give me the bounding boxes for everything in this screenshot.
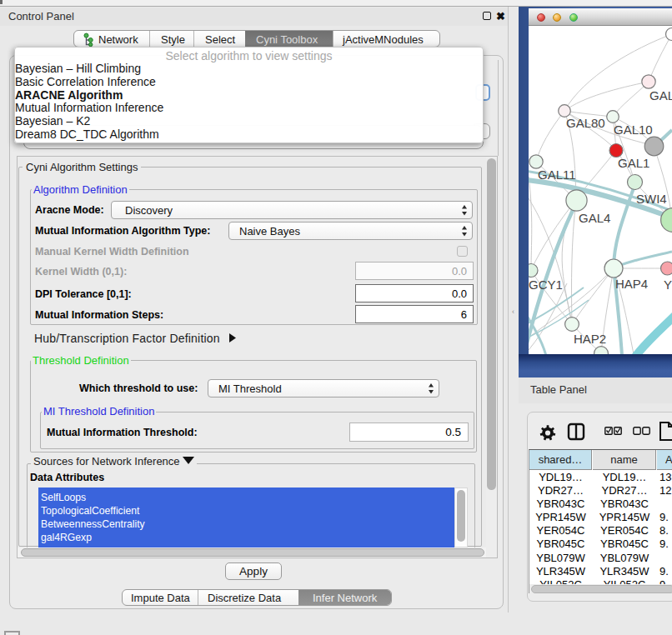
svg-text:GAL4: GAL4 bbox=[579, 211, 610, 225]
svg-text:HAP4: HAP4 bbox=[615, 277, 648, 291]
svg-text:GCY1: GCY1 bbox=[529, 278, 563, 292]
svg-text:Y: Y bbox=[664, 278, 672, 292]
svg-text:GAL1: GAL1 bbox=[618, 156, 649, 170]
svg-text:GAL10: GAL10 bbox=[614, 122, 653, 137]
svg-text:SWI4: SWI4 bbox=[636, 192, 667, 206]
svg-text:GAL: GAL bbox=[649, 88, 672, 102]
svg-text:GAL80: GAL80 bbox=[566, 116, 605, 130]
svg-text:GAL11: GAL11 bbox=[538, 168, 576, 182]
svg-text:HAP2: HAP2 bbox=[574, 332, 606, 346]
